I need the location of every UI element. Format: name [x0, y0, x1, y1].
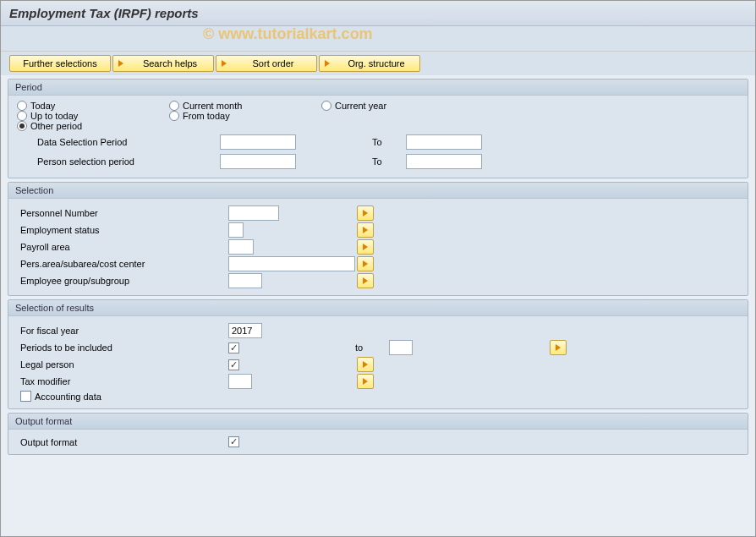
arrow-right-icon — [363, 277, 368, 284]
periods-multi-button[interactable] — [550, 340, 567, 355]
period-header: Period — [8, 79, 748, 96]
radio-current-year[interactable] — [321, 101, 331, 111]
page-title: Employment Tax (IRPF) reports — [9, 6, 747, 20]
arrow-right-icon — [117, 58, 127, 68]
fiscal-year-label: For fiscal year — [17, 326, 228, 336]
sort-order-button[interactable]: Sort order — [216, 55, 317, 72]
personnel-number-label: Personnel Number — [17, 208, 228, 218]
radio-current-year-label: Current year — [335, 101, 386, 111]
data-selection-from-input[interactable] — [220, 134, 296, 150]
periods-to-input[interactable] — [389, 340, 413, 355]
employee-group-multi-button[interactable] — [357, 273, 374, 288]
radio-today[interactable] — [17, 101, 27, 111]
radio-today-label: Today — [30, 101, 55, 111]
radio-up-to-today-label: Up to today — [30, 111, 78, 121]
to-label-1: To — [338, 137, 406, 147]
pers-area-input[interactable] — [228, 256, 355, 271]
employment-status-multi-button[interactable] — [357, 222, 374, 238]
sort-order-label: Sort order — [235, 58, 311, 68]
employee-group-label: Employee group/subgroup — [17, 276, 228, 286]
org-structure-button[interactable]: Org. structure — [319, 55, 420, 72]
employment-status-label: Employment status — [17, 225, 228, 235]
arrow-right-icon — [363, 227, 368, 233]
spacer — [1, 26, 755, 52]
title-bar: Employment Tax (IRPF) reports — [1, 1, 755, 26]
results-group: Selection of results For fiscal year Per… — [8, 299, 748, 409]
radio-from-today[interactable] — [169, 111, 179, 121]
payroll-area-input[interactable] — [228, 239, 254, 255]
employment-status-input[interactable] — [228, 222, 244, 238]
person-selection-to-input[interactable] — [406, 154, 482, 169]
data-selection-label: Data Selection Period — [17, 137, 220, 147]
further-selections-label: Further selections — [23, 58, 96, 68]
employee-group-input[interactable] — [228, 273, 262, 288]
radio-current-month[interactable] — [169, 101, 179, 111]
periods-checkbox[interactable] — [228, 342, 239, 353]
legal-person-checkbox[interactable] — [228, 359, 239, 370]
radio-other-period[interactable] — [17, 121, 27, 131]
legal-person-multi-button[interactable] — [357, 357, 374, 372]
arrow-right-icon — [363, 244, 368, 250]
further-selections-button[interactable]: Further selections — [9, 55, 111, 72]
pers-area-label: Pers.area/subarea/cost center — [17, 259, 228, 269]
accounting-data-label: Accounting data — [35, 392, 101, 402]
fiscal-year-input[interactable] — [228, 323, 262, 338]
search-helps-label: Search helps — [132, 58, 208, 68]
output-header: Output format — [8, 414, 748, 430]
search-helps-button[interactable]: Search helps — [112, 55, 214, 72]
tax-modifier-multi-button[interactable] — [357, 374, 374, 389]
personnel-number-input[interactable] — [228, 205, 279, 221]
output-group: Output format Output format — [8, 413, 748, 455]
periods-to-label: to — [355, 342, 389, 353]
tax-modifier-label: Tax modifier — [17, 376, 228, 386]
arrow-right-icon — [363, 260, 368, 267]
selection-group: Selection Personnel Number Employment st… — [8, 182, 748, 296]
selection-header: Selection — [8, 183, 748, 199]
person-selection-label: Person selection period — [17, 156, 220, 167]
periods-label: Periods to be included — [17, 342, 228, 353]
accounting-data-checkbox[interactable] — [20, 391, 31, 402]
results-header: Selection of results — [8, 300, 748, 316]
legal-person-label: Legal person — [17, 359, 228, 370]
period-group: Period Today Current month Current year … — [8, 79, 748, 178]
radio-current-month-label: Current month — [183, 101, 242, 111]
arrow-right-icon — [363, 378, 368, 385]
personnel-number-multi-button[interactable] — [357, 205, 374, 221]
tax-modifier-input[interactable] — [228, 374, 252, 389]
radio-other-period-label: Other period — [30, 121, 82, 131]
person-selection-from-input[interactable] — [220, 154, 296, 169]
payroll-area-multi-button[interactable] — [357, 239, 374, 255]
toolbar: Further selections Search helps Sort ord… — [1, 52, 755, 75]
radio-from-today-label: From today — [183, 111, 230, 121]
payroll-area-label: Payroll area — [17, 242, 228, 252]
arrow-right-icon — [323, 58, 333, 68]
pers-area-multi-button[interactable] — [357, 256, 374, 271]
arrow-right-icon — [556, 344, 561, 351]
output-format-label: Output format — [17, 437, 228, 447]
arrow-right-icon — [363, 361, 368, 368]
output-format-checkbox[interactable] — [228, 436, 239, 447]
arrow-right-icon — [363, 210, 368, 216]
radio-up-to-today[interactable] — [17, 111, 27, 121]
data-selection-to-input[interactable] — [406, 134, 482, 150]
to-label-2: To — [338, 156, 406, 167]
org-structure-label: Org. structure — [338, 58, 414, 68]
arrow-right-icon — [220, 58, 230, 68]
